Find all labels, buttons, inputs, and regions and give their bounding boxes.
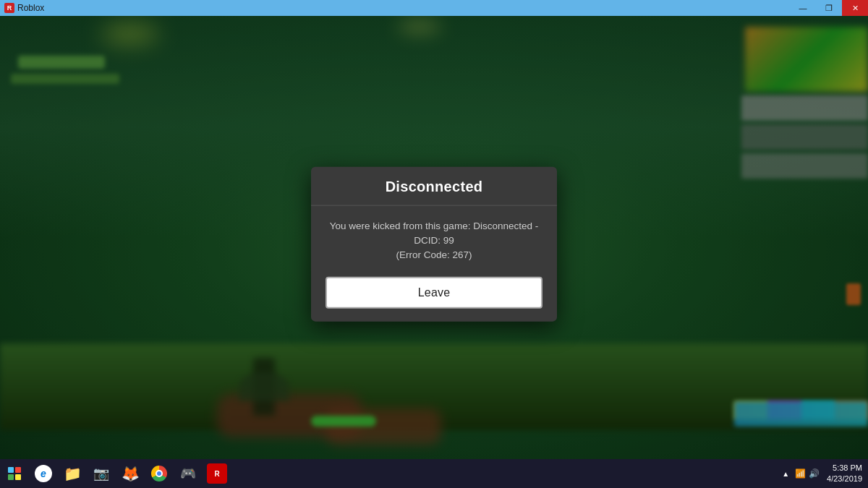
camera-icon: 📷: [93, 466, 109, 481]
ie-icon: e: [35, 465, 52, 482]
tray-icons: ▲ 📶 🔊: [782, 468, 820, 479]
firefox-taskbar-icon[interactable]: 🦊: [116, 459, 145, 488]
minimize-button[interactable]: —: [790, 0, 816, 16]
roblox-icon: R: [4, 3, 14, 13]
dialog-title: Disconnected: [386, 178, 483, 194]
chrome-taskbar-icon[interactable]: [145, 459, 174, 488]
file-explorer-taskbar-icon[interactable]: 📁: [58, 459, 87, 488]
start-button[interactable]: [0, 459, 29, 488]
taskbar: e 📁 📷 🦊 🎮 R ▲: [0, 459, 868, 488]
disconnected-dialog: Disconnected You were kicked from this g…: [311, 166, 557, 322]
leave-button[interactable]: Leave: [326, 277, 542, 309]
system-tray: ▲ 📶 🔊 5:38 PM 4/23/2019: [782, 463, 862, 485]
discord-taskbar-icon[interactable]: 🎮: [174, 459, 203, 488]
dialog-header: Disconnected: [311, 166, 557, 205]
volume-icon: 🔊: [809, 468, 820, 479]
restore-button[interactable]: ❐: [816, 0, 842, 16]
window-title: Roblox: [17, 3, 44, 13]
chrome-icon: [151, 466, 167, 481]
system-clock[interactable]: 5:38 PM 4/23/2019: [827, 463, 862, 485]
clock-date: 4/23/2019: [827, 474, 862, 484]
windows-logo-icon: [8, 467, 21, 480]
dialog-body: You were kicked from this game: Disconne…: [311, 205, 557, 277]
firefox-icon: 🦊: [122, 465, 140, 482]
taskbar-left: e 📁 📷 🦊 🎮 R: [0, 459, 231, 488]
taskbar-right: ▲ 📶 🔊 5:38 PM 4/23/2019: [782, 463, 868, 485]
roblox-taskbar-icon[interactable]: R: [203, 459, 231, 488]
roblox-tb-icon: R: [207, 463, 227, 484]
tray-expand-icon[interactable]: ▲: [782, 470, 789, 478]
ie-taskbar-icon[interactable]: e: [29, 459, 58, 488]
discord-icon: 🎮: [180, 466, 196, 481]
close-button[interactable]: ✕: [842, 0, 868, 16]
network-icon: 📶: [795, 468, 806, 479]
titlebar: R Roblox — ❐ ✕: [0, 0, 868, 16]
dialog-footer: Leave: [311, 277, 557, 322]
titlebar-controls: — ❐ ✕: [790, 0, 868, 16]
folder-icon: 📁: [64, 465, 82, 482]
dialog-message: You were kicked from this game: Disconne…: [330, 220, 538, 260]
clock-time: 5:38 PM: [827, 463, 862, 474]
titlebar-left: R Roblox: [0, 3, 44, 13]
media-taskbar-icon[interactable]: 📷: [87, 459, 116, 488]
